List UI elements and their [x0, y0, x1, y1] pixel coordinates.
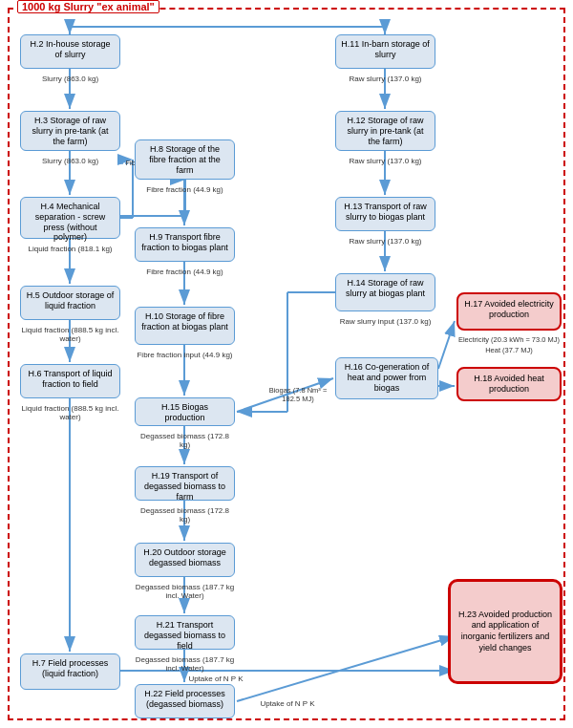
h5-box: H.5 Outdoor storage of liquid fraction	[20, 286, 120, 320]
slurry-label-2: Slurry (863.0 kg)	[20, 157, 120, 165]
degassed-label-4: Degassed biomass (187.7 kg incl. Water)	[135, 655, 235, 673]
electricity-label: Electricity (20.3 kWh = 73.0 MJ)	[456, 335, 562, 344]
top-label: 1000 kg Slurry "ex animal"	[17, 0, 159, 13]
raw-slurry-label-2: Raw slurry (137.0 kg)	[335, 157, 435, 165]
h8-label: H.8 Storage of the fibre fraction at the…	[149, 144, 221, 175]
h23-box: H.23 Avoided production and application …	[448, 579, 562, 684]
liquid-label-1: Liquid fraction (818.1 kg)	[20, 245, 120, 253]
h3-label: H.3 Storage of raw slurry in pre-tank (a…	[32, 116, 108, 146]
h4-label: H.4 Mechanical separation - screw press …	[35, 202, 106, 242]
h22-label: H.22 Field processes (degassed biomass)	[144, 689, 225, 709]
h14-box: H.14 Storage of raw slurry at biogas pla…	[335, 273, 435, 311]
h3-box: H.3 Storage of raw slurry in pre-tank (a…	[20, 111, 120, 151]
h11-box: H.11 In-barn storage of slurry	[335, 34, 435, 69]
raw-slurry-input-label: Raw slurry input (137.0 kg)	[335, 317, 435, 326]
h10-box: H.10 Storage of fibre fraction at biogas…	[135, 307, 235, 345]
heat-label-small: Heat (37.7 MJ)	[456, 346, 562, 354]
h2-label: H.2 In-house storage of slurry	[30, 39, 110, 59]
h21-label: H.21 Transport degassed biomass to field	[144, 620, 225, 651]
biogas-label: Biogas (7.8 Nm³ = 182.5 MJ)	[264, 386, 332, 403]
npk-label-2: Uptake of N P K	[173, 674, 259, 683]
degassed-label-1: Degassed biomass (172.8 kg)	[135, 432, 235, 449]
h16-box: H.16 Co-generation of heat and power fro…	[335, 357, 438, 399]
h20-box: H.20 Outdoor storage degassed biomass	[135, 543, 235, 577]
fibre-label-2: Fibre fraction (44.9 kg)	[135, 268, 235, 276]
liquid-label-2: Liquid fraction (888.5 kg incl. water)	[20, 326, 120, 343]
h23-label: H.23 Avoided production and application …	[456, 610, 554, 654]
h12-box: H.12 Storage of raw slurry in pre-tank (…	[335, 111, 435, 151]
fibre-label-1: Fibre fraction (44.9 kg)	[135, 185, 235, 194]
degassed-label-3: Degassed biomass (187.7 kg incl. Water)	[135, 583, 235, 600]
npk-label-1: Uptake of N P K	[244, 699, 330, 708]
h21-box: H.21 Transport degassed biomass to field	[135, 615, 235, 650]
h19-box: H.19 Transport of degassed biomass to fa…	[135, 466, 235, 501]
h6-label: H.6 Transport of liquid fraction to fiel…	[28, 369, 112, 389]
h16-label: H.16 Co-generation of heat and power fro…	[345, 362, 430, 393]
h18-box: H.18 Avoided heat production	[456, 367, 562, 401]
h15-label: H.15 Biogas production	[161, 402, 208, 422]
h19-label: H.19 Transport of degassed biomass to fa…	[144, 471, 225, 502]
h15-box: H.15 Biogas production	[135, 397, 235, 426]
h4-box: H.4 Mechanical separation - screw press …	[20, 197, 120, 239]
h6-box: H.6 Transport of liquid fraction to fiel…	[20, 364, 120, 398]
h14-label: H.14 Storage of raw slurry at biogas pla…	[346, 278, 425, 298]
h17-label: H.17 Avoided electricity production	[464, 299, 553, 319]
h13-box: H.13 Transport of raw slurry to biogas p…	[335, 197, 435, 231]
h2-box: H.2 In-house storage of slurry	[20, 34, 120, 69]
h8-box: H.8 Storage of the fibre fraction at the…	[135, 139, 235, 180]
h5-label: H.5 Outdoor storage of liquid fraction	[27, 290, 115, 310]
slurry-label-1: Slurry (863.0 kg)	[20, 75, 120, 83]
h7-box: H.7 Field processes (liquid fraction)	[20, 653, 120, 690]
svg-line-32	[237, 636, 455, 701]
degassed-label-2: Degassed biomass (172.8 kg)	[135, 506, 235, 524]
h9-box: H.9 Transport fibre fraction to biogas p…	[135, 227, 235, 262]
h18-label: H.18 Avoided heat production	[474, 374, 543, 394]
h12-label: H.12 Storage of raw slurry in pre-tank (…	[347, 116, 423, 146]
h10-label: H.10 Storage of fibre fraction at biogas…	[141, 311, 228, 332]
liquid-label-3: Liquid fraction (888.5 kg incl. water)	[20, 404, 120, 421]
h17-box: H.17 Avoided electricity production	[456, 292, 562, 331]
h9-label: H.9 Transport fibre fraction to biogas p…	[141, 232, 228, 252]
h7-label: H.7 Field processes (liquid fraction)	[32, 658, 109, 678]
h20-label: H.20 Outdoor storage degassed biomass	[143, 547, 226, 567]
raw-slurry-label-3: Raw slurry (137.0 kg)	[335, 237, 435, 246]
h22-box: H.22 Field processes (degassed biomass)	[135, 684, 235, 718]
h11-label: H.11 In-barn storage of slurry	[341, 39, 430, 59]
svg-line-27	[438, 321, 455, 369]
raw-slurry-label-1: Raw slurry (137.0 kg)	[335, 75, 435, 83]
fibre-input-label: Fibre fraction input (44.9 kg)	[135, 351, 235, 359]
h13-label: H.13 Transport of raw slurry to biogas p…	[344, 202, 427, 222]
